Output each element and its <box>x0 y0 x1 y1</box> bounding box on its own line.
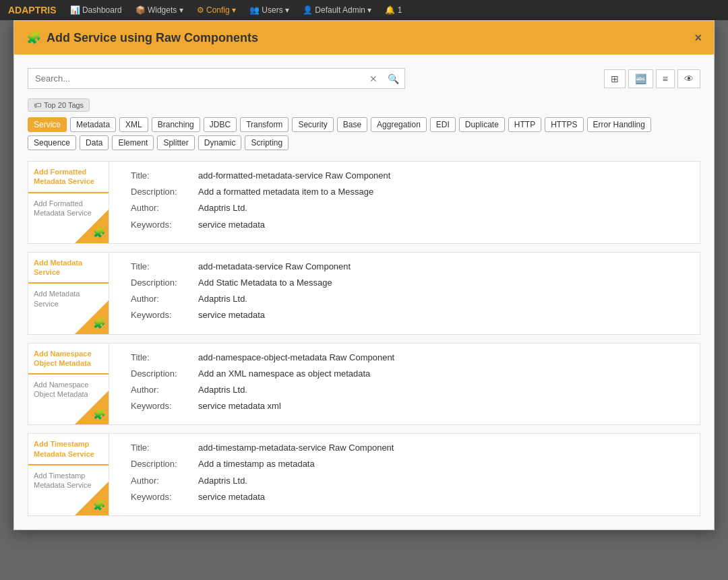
tags-label-text: Top 20 Tags <box>44 101 84 109</box>
modal-header: 🧩 Add Service using Raw Components × <box>14 21 714 55</box>
tag-http[interactable]: HTTP <box>508 117 541 132</box>
result-card-3[interactable]: Add Namespace Object Metadata Add Namesp… <box>28 344 109 425</box>
grid-view-button[interactable]: ⊞ <box>604 69 626 88</box>
detail-desc-row-2: Description: Add Static Metadata to a Me… <box>131 277 689 289</box>
nav-notifications[interactable]: 🔔 1 <box>385 5 402 15</box>
table-row: Add Timestamp Metadata Service Add Times… <box>28 433 700 516</box>
eye-button[interactable]: 👁 <box>677 69 700 88</box>
sort-num-button[interactable]: ≡ <box>656 69 675 88</box>
logo: ADAPTRIS <box>8 5 57 15</box>
tags-container: Service Metadata XML Branching JDBC Tran… <box>28 117 700 150</box>
tag-splitter[interactable]: Splitter <box>157 135 194 150</box>
title-label-4: Title: <box>131 442 198 454</box>
tag-metadata[interactable]: Metadata <box>70 117 116 132</box>
tag-transform[interactable]: Transform <box>240 117 289 132</box>
result-card-title-2: Add Metadata Service <box>28 253 109 284</box>
detail-keywords-row-1: Keywords: service metadata <box>131 219 689 231</box>
tag-base[interactable]: Base <box>337 117 367 132</box>
desc-value-3: Add an XML namespace as object metadata <box>198 368 689 380</box>
result-card-4[interactable]: Add Timestamp Metadata Service Add Times… <box>28 434 109 515</box>
result-card-title-3: Add Namespace Object Metadata <box>28 344 109 375</box>
author-label-4: Author: <box>131 475 198 487</box>
title-value-4: add-timestamp-metadata-service Raw Compo… <box>198 442 689 454</box>
puzzle-corner-icon-4: 🧩 <box>93 498 106 512</box>
author-value-2: Adaptris Ltd. <box>198 293 689 305</box>
table-row: Add Formatted Metadata Service Add Forma… <box>28 161 700 244</box>
keywords-label-1: Keywords: <box>131 219 198 231</box>
result-details-4: Title: add-timestamp-metadata-service Ra… <box>120 434 700 515</box>
modal-title: 🧩 Add Service using Raw Components <box>26 30 258 45</box>
detail-title-row-4: Title: add-timestamp-metadata-service Ra… <box>131 442 689 454</box>
keywords-label-2: Keywords: <box>131 309 198 321</box>
author-value-3: Adaptris Ltd. <box>198 384 689 396</box>
search-row: ✕ 🔍 ⊞ 🔤 ≡ 👁 <box>28 68 700 89</box>
nav-admin[interactable]: 👤 Default Admin ▾ <box>303 5 371 15</box>
tag-security[interactable]: Security <box>292 117 333 132</box>
detail-keywords-row-2: Keywords: service metadata <box>131 309 689 321</box>
tags-label[interactable]: 🏷 Top 20 Tags <box>28 98 90 112</box>
keywords-value-3: service metadata xml <box>198 400 689 412</box>
tag-dynamic[interactable]: Dynamic <box>198 135 242 150</box>
tag-jdbc[interactable]: JDBC <box>204 117 237 132</box>
detail-author-row-2: Author: Adaptris Ltd. <box>131 293 689 305</box>
result-card-2[interactable]: Add Metadata Service Add Metadata Servic… <box>28 253 109 334</box>
tag-service[interactable]: Service <box>28 117 67 132</box>
author-value-1: Adaptris Ltd. <box>198 202 689 214</box>
table-row: Add Metadata Service Add Metadata Servic… <box>28 252 700 335</box>
tag-aggregation[interactable]: Aggregation <box>371 117 427 132</box>
keywords-value-4: service metadata <box>198 491 689 503</box>
detail-desc-row-1: Description: Add a formatted metadata it… <box>131 186 689 198</box>
tag-xml[interactable]: XML <box>119 117 148 132</box>
title-value-1: add-formatted-metadata-service Raw Compo… <box>198 170 689 182</box>
results-list: Add Formatted Metadata Service Add Forma… <box>28 161 700 516</box>
table-row: Add Namespace Object Metadata Add Namesp… <box>28 343 700 426</box>
result-details-1: Title: add-formatted-metadata-service Ra… <box>120 162 700 243</box>
detail-desc-row-4: Description: Add a timestamp as metadata <box>131 458 689 470</box>
modal-title-text: Add Service using Raw Components <box>47 31 258 45</box>
toolbar-buttons: ⊞ 🔤 ≡ 👁 <box>604 69 700 88</box>
author-label-2: Author: <box>131 293 198 305</box>
nav-config[interactable]: ⚙ Config ▾ <box>197 5 236 15</box>
author-label-3: Author: <box>131 384 198 396</box>
tag-https[interactable]: HTTPS <box>545 117 583 132</box>
puzzle-corner-icon-1: 🧩 <box>93 226 106 239</box>
desc-label-2: Description: <box>131 277 198 289</box>
search-go-button[interactable]: 🔍 <box>382 70 404 88</box>
tag-data[interactable]: Data <box>80 135 109 150</box>
search-input[interactable] <box>28 69 365 88</box>
tag-sequence[interactable]: Sequence <box>28 135 76 150</box>
detail-keywords-row-3: Keywords: service metadata xml <box>131 400 689 412</box>
modal-overlay: ADAPTRIS 📊 Dashboard 📦 Widgets ▾ ⚙ Confi… <box>0 0 728 580</box>
tag-branching[interactable]: Branching <box>152 117 200 132</box>
keywords-label-3: Keywords: <box>131 400 198 412</box>
puzzle-corner-icon-2: 🧩 <box>93 317 106 330</box>
nav-users[interactable]: 👥 Users ▾ <box>249 5 289 15</box>
tag-edi[interactable]: EDI <box>430 117 456 132</box>
tag-element[interactable]: Element <box>112 135 154 150</box>
tag-scripting[interactable]: Scripting <box>245 135 289 150</box>
tags-row: 🏷 Top 20 Tags Service Metadata XML Branc… <box>28 98 700 150</box>
tag-error-handling[interactable]: Error Handling <box>587 117 651 132</box>
result-card-1[interactable]: Add Formatted Metadata Service Add Forma… <box>28 162 109 243</box>
modal-close-button[interactable]: × <box>694 31 702 45</box>
nav-widgets[interactable]: 📦 Widgets ▾ <box>135 5 183 15</box>
top-nav: ADAPTRIS 📊 Dashboard 📦 Widgets ▾ ⚙ Confi… <box>0 0 728 20</box>
add-service-modal: 🧩 Add Service using Raw Components × ✕ 🔍… <box>13 20 715 530</box>
search-clear-button[interactable]: ✕ <box>365 70 382 88</box>
title-value-3: add-namespace-object-metadata Raw Compon… <box>198 352 689 364</box>
title-value-2: add-metadata-service Raw Component <box>198 261 689 273</box>
keywords-label-4: Keywords: <box>131 491 198 503</box>
tag-duplicate[interactable]: Duplicate <box>459 117 505 132</box>
result-details-3: Title: add-namespace-object-metadata Raw… <box>120 344 700 425</box>
detail-author-row-1: Author: Adaptris Ltd. <box>131 202 689 214</box>
desc-label-1: Description: <box>131 186 198 198</box>
detail-desc-row-3: Description: Add an XML namespace as obj… <box>131 368 689 380</box>
result-card-subtitle-1: Add Formatted Metadata Service 🧩 <box>28 193 109 243</box>
desc-label-4: Description: <box>131 458 198 470</box>
result-card-subtitle-3: Add Namespace Object Metadata 🧩 <box>28 375 109 424</box>
desc-value-4: Add a timestamp as metadata <box>198 458 689 470</box>
sort-az-button[interactable]: 🔤 <box>628 69 653 88</box>
nav-dashboard[interactable]: 📊 Dashboard <box>70 5 122 15</box>
puzzle-corner-icon-3: 🧩 <box>93 408 106 421</box>
modal-body: ✕ 🔍 ⊞ 🔤 ≡ 👁 🏷 Top 20 Tags Service <box>14 55 714 529</box>
